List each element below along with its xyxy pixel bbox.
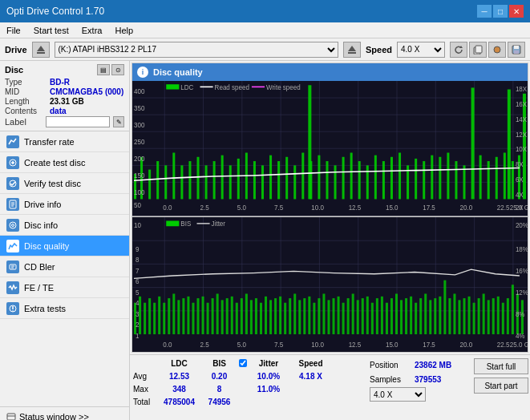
svg-text:350: 350: [134, 105, 145, 112]
svg-text:12.5: 12.5: [349, 340, 362, 349]
svg-text:25.0 GB: 25.0 GB: [510, 340, 528, 349]
refresh-icon[interactable]: [450, 42, 467, 58]
max-label: Max: [133, 385, 157, 394]
svg-text:8X: 8X: [516, 161, 524, 168]
sidebar-item-cd-bler[interactable]: CD Bler: [0, 256, 129, 277]
sidebar-item-transfer-rate[interactable]: Transfer rate: [0, 131, 129, 152]
sidebar-item-drive-info[interactable]: Drive info: [0, 194, 129, 215]
maximize-button[interactable]: □: [493, 5, 508, 18]
paint-icon[interactable]: [488, 42, 506, 58]
svg-rect-167: [231, 296, 233, 333]
svg-rect-159: [192, 302, 194, 333]
svg-rect-50: [164, 165, 167, 199]
svg-text:150: 150: [134, 172, 145, 180]
close-button[interactable]: ✕: [509, 5, 524, 18]
status-window-btn[interactable]: Status window >>: [0, 407, 129, 420]
disc-icons: ▤ ⊙: [97, 64, 124, 75]
verify-test-icon: [6, 177, 19, 190]
save-icon[interactable]: [508, 42, 525, 58]
svg-text:2.5: 2.5: [200, 340, 209, 349]
speed-select-stats[interactable]: 4.0 X: [370, 387, 426, 402]
sidebar-item-fe-te[interactable]: FE / TE: [0, 277, 129, 298]
type-label: Type: [5, 78, 50, 87]
start-full-button[interactable]: Start full: [474, 358, 528, 374]
svg-rect-157: [182, 298, 184, 334]
nav-disc-quality-label: Disc quality: [24, 241, 69, 251]
sidebar-item-extra-tests[interactable]: Extra tests: [0, 298, 129, 319]
svg-rect-193: [357, 300, 359, 334]
menu-starttest[interactable]: Start test: [30, 25, 72, 36]
svg-text:20.0: 20.0: [459, 340, 472, 349]
menu-file[interactable]: File: [3, 25, 24, 36]
svg-rect-61: [253, 161, 256, 199]
position-row: Position 23862 MB: [370, 358, 471, 371]
svg-text:12X: 12X: [516, 131, 528, 138]
svg-rect-180: [293, 293, 296, 334]
drive-open-icon[interactable]: [343, 42, 361, 58]
svg-text:7.5: 7.5: [274, 340, 283, 349]
bottom-chart: 10 9 8 7 6 5 4 3 2 1 20% 18% 16% 12% 8%: [132, 217, 528, 353]
disc-title: Disc: [5, 65, 23, 75]
svg-rect-154: [168, 298, 170, 334]
svg-point-26: [12, 310, 14, 312]
svg-rect-53: [188, 161, 191, 199]
svg-rect-176: [274, 298, 277, 334]
nav-extra-tests-label: Extra tests: [24, 304, 66, 313]
minimize-button[interactable]: ─: [477, 5, 492, 18]
sidebar-item-verify-test[interactable]: Verify test disc: [0, 173, 129, 194]
main-area: Disc ▤ ⊙ Type BD-R MID CMCMAGBA5 (000) L…: [0, 61, 530, 420]
svg-rect-48: [148, 170, 151, 200]
svg-text:3: 3: [136, 309, 140, 318]
svg-rect-179: [289, 298, 291, 334]
disc-btn-1[interactable]: ▤: [97, 64, 110, 75]
svg-rect-172: [255, 298, 257, 334]
svg-text:7.5: 7.5: [274, 204, 284, 212]
svg-rect-178: [284, 302, 286, 333]
label-edit-btn[interactable]: ✎: [113, 116, 124, 127]
svg-rect-86: [447, 153, 449, 200]
svg-rect-224: [507, 298, 509, 334]
titlebar: Opti Drive Control 1.70 ─ □ ✕: [0, 0, 530, 22]
sidebar-item-create-test[interactable]: Create test disc: [0, 152, 129, 173]
svg-text:10: 10: [134, 221, 141, 230]
copy-icon[interactable]: [469, 42, 487, 58]
svg-rect-207: [424, 293, 427, 334]
svg-text:8: 8: [136, 255, 140, 264]
menu-help[interactable]: Help: [111, 25, 136, 36]
svg-rect-74: [350, 153, 353, 200]
menubar: File Start test Extra Help: [0, 22, 530, 38]
jitter-checkbox[interactable]: [239, 359, 247, 367]
speed-select[interactable]: 4.0 X: [397, 42, 445, 58]
chart-title: Disc quality: [153, 67, 203, 77]
svg-text:10X: 10X: [516, 146, 528, 153]
start-part-button[interactable]: Start part: [474, 378, 528, 394]
svg-text:16%: 16%: [516, 266, 528, 275]
svg-marker-3: [348, 46, 356, 51]
svg-text:20%: 20%: [516, 221, 528, 230]
disc-panel: Disc ▤ ⊙ Type BD-R MID CMCMAGBA5 (000) L…: [0, 61, 129, 131]
drive-select[interactable]: (K:) ATAPI iHBS312 2 PL17: [55, 42, 338, 58]
svg-rect-161: [202, 296, 204, 333]
sidebar-item-disc-info[interactable]: Disc info: [0, 215, 129, 236]
svg-text:5: 5: [136, 288, 140, 297]
label-input[interactable]: [46, 116, 110, 127]
stats-total-row: Total 4785004 74956: [133, 395, 365, 408]
drive-eject-icon[interactable]: [32, 42, 50, 58]
contents-label: Contents: [5, 107, 50, 115]
svg-text:100: 100: [134, 189, 145, 196]
svg-marker-1: [37, 46, 45, 51]
avg-jitter: 10.0%: [249, 372, 289, 381]
svg-rect-88: [463, 165, 466, 199]
svg-rect-77: [374, 155, 377, 200]
svg-rect-165: [221, 300, 224, 334]
svg-rect-91: [488, 161, 490, 199]
svg-rect-188: [333, 298, 335, 334]
disc-btn-2[interactable]: ⊙: [111, 64, 124, 75]
svg-text:50: 50: [134, 202, 141, 209]
svg-rect-65: [285, 157, 288, 200]
sidebar-item-disc-quality[interactable]: Disc quality: [0, 236, 129, 256]
svg-rect-200: [390, 298, 393, 334]
svg-rect-158: [187, 296, 189, 333]
menu-extra[interactable]: Extra: [79, 25, 106, 36]
stats-header-row: LDC BIS Jitter Speed: [133, 357, 365, 370]
